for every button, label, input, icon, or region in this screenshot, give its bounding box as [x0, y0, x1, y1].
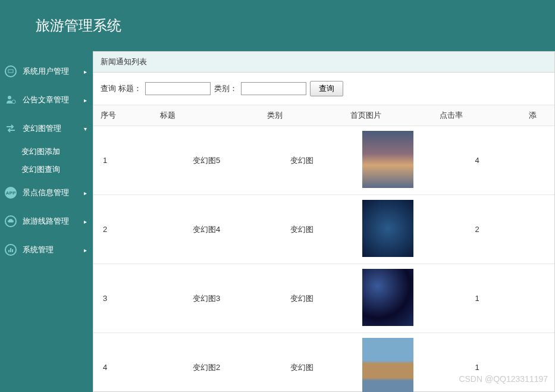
sidebar-item-label: 公告文章管理 — [23, 95, 84, 105]
cell-idx: 4 — [93, 333, 153, 393]
data-table: 序号 标题 类别 首页图片 点击率 添 1 变幻图5 变幻图 — [93, 105, 554, 392]
panel: 新闻通知列表 查询 标题： 类别： 查询 序号 标题 类别 — [93, 51, 555, 392]
app-title: 旅游管理系统 — [36, 16, 121, 35]
sidebar: 系统用户管理 ▸ 公告文章管理 ▸ 变幻图管理 ▾ 变幻图添加 — [0, 51, 93, 392]
sidebar-submenu: 变幻图添加 变幻图查询 — [0, 143, 93, 178]
chevron-right-icon: ▸ — [84, 190, 87, 196]
panel-title: 新闻通知列表 — [93, 52, 554, 73]
chevron-right-icon: ▸ — [84, 218, 87, 225]
cell-hits: 2 — [432, 195, 522, 264]
cell-cat: 变幻图 — [260, 333, 343, 393]
table-row: 2 变幻图4 变幻图 2 — [93, 195, 554, 264]
cell-image — [343, 333, 432, 393]
cell-hits: 1 — [432, 264, 522, 333]
cell-title: 变幻图3 — [153, 264, 260, 333]
svg-rect-5 — [12, 249, 13, 252]
cell-hits: 4 — [432, 126, 522, 195]
transfer-icon — [5, 123, 17, 134]
cell-idx: 1 — [93, 126, 153, 195]
search-bar: 查询 标题： 类别： 查询 — [93, 73, 554, 105]
table-row: 1 变幻图5 变幻图 4 — [93, 126, 554, 195]
cell-title: 变幻图5 — [153, 126, 260, 195]
thumbnail-icon — [362, 338, 413, 392]
watermark: CSDN @QQ123311197 — [459, 374, 548, 384]
chevron-right-icon: ▸ — [84, 68, 87, 75]
cell-cat: 变幻图 — [260, 195, 343, 264]
search-title-input[interactable] — [145, 82, 211, 95]
search-category-input[interactable] — [241, 82, 306, 95]
cell-idx: 2 — [93, 195, 153, 264]
cell-cat: 变幻图 — [260, 126, 343, 195]
cell-image — [343, 126, 432, 195]
table-row: 3 变幻图3 变幻图 1 — [93, 264, 554, 333]
sidebar-item-system[interactable]: 系统管理 ▸ — [0, 236, 93, 264]
header: 旅游管理系统 — [0, 0, 555, 51]
chevron-right-icon: ▸ — [84, 247, 87, 253]
cell-idx: 3 — [93, 264, 153, 333]
sidebar-item-attractions[interactable]: APP 景点信息管理 ▸ — [0, 178, 93, 207]
search-button[interactable]: 查询 — [310, 81, 343, 96]
sidebar-item-label: 系统管理 — [23, 244, 84, 255]
sidebar-item-label: 系统用户管理 — [23, 66, 84, 77]
sidebar-item-label: 旅游线路管理 — [23, 216, 84, 227]
thumbnail-icon — [362, 200, 413, 257]
sidebar-sub-query[interactable]: 变幻图查询 — [21, 161, 93, 178]
svg-rect-0 — [8, 70, 13, 73]
svg-rect-3 — [8, 250, 10, 252]
search-label-title: 查询 标题： — [101, 83, 142, 94]
sidebar-item-routes[interactable]: 旅游线路管理 ▸ — [0, 207, 93, 236]
thumbnail-icon — [362, 131, 413, 188]
svg-rect-4 — [10, 248, 11, 252]
search-label-category: 类别： — [214, 83, 237, 94]
cell-image — [343, 195, 432, 264]
user-gear-icon — [5, 94, 17, 106]
monitor-icon — [5, 65, 17, 77]
svg-point-2 — [12, 100, 15, 104]
cell-image — [343, 264, 432, 333]
cell-cat: 变幻图 — [260, 264, 343, 333]
col-category: 类别 — [260, 105, 343, 126]
sidebar-item-label: 变幻图管理 — [23, 123, 84, 134]
col-hits: 点击率 — [432, 105, 522, 126]
app-icon: APP — [5, 187, 17, 199]
sidebar-item-articles[interactable]: 公告文章管理 ▸ — [0, 86, 93, 114]
col-title: 标题 — [153, 105, 260, 126]
thumbnail-icon — [362, 269, 413, 326]
chevron-down-icon: ▾ — [84, 126, 87, 132]
cell-title: 变幻图4 — [153, 195, 260, 264]
chart-icon — [5, 244, 17, 256]
col-idx: 序号 — [93, 105, 153, 126]
sidebar-item-label: 景点信息管理 — [23, 187, 84, 198]
col-image: 首页图片 — [343, 105, 432, 126]
sidebar-item-slideshow[interactable]: 变幻图管理 ▾ — [0, 114, 93, 143]
sidebar-sub-add[interactable]: 变幻图添加 — [21, 143, 93, 161]
chevron-right-icon: ▸ — [84, 97, 87, 104]
content-area: 新闻通知列表 查询 标题： 类别： 查询 序号 标题 类别 — [93, 51, 555, 392]
cloud-icon — [5, 215, 17, 227]
svg-point-1 — [8, 96, 11, 99]
col-add: 添 — [522, 105, 554, 126]
sidebar-item-users[interactable]: 系统用户管理 ▸ — [0, 57, 93, 86]
cell-title: 变幻图2 — [153, 333, 260, 393]
